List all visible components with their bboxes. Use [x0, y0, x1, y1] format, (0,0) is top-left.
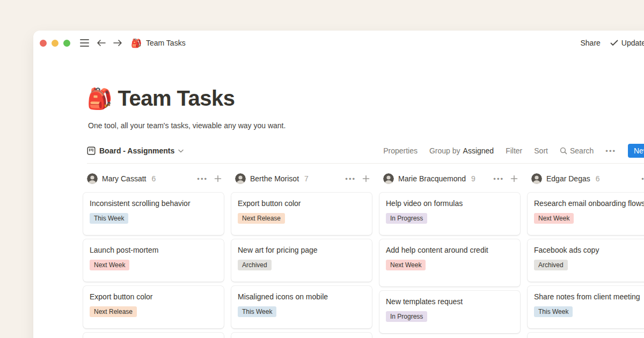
- board-card[interactable]: New templates requestIn Progress: [379, 291, 520, 333]
- close-button[interactable]: [40, 40, 47, 47]
- back-button[interactable]: [97, 39, 106, 47]
- card-title: Launch post-mortem: [90, 245, 217, 255]
- chevron-down-icon: [178, 149, 184, 153]
- status-row: Archived: [534, 260, 644, 270]
- page-title: Team Tasks: [118, 86, 235, 111]
- column-header: Marie Bracquemond9•••: [379, 171, 520, 186]
- status-row: Next Week: [386, 260, 514, 270]
- status-row: This Week: [90, 213, 217, 224]
- status-row: This Week: [534, 306, 644, 317]
- status-pill: This Week: [534, 306, 573, 317]
- column-header: Edgar Degas6•••: [528, 171, 644, 186]
- kanban-board[interactable]: Mary Cassatt6•••Inconsistent scrolling b…: [83, 171, 644, 338]
- app-window: 🎒 Team Tasks Share Updates 🎒 Team Tasks …: [33, 31, 644, 338]
- column-add-button[interactable]: [510, 175, 518, 182]
- page-subtitle: One tool, all your team's tasks, viewabl…: [88, 121, 644, 130]
- menu-icon[interactable]: [80, 39, 89, 47]
- group-by-value: Assigned: [463, 146, 494, 155]
- board-card[interactable]: Help video on formulasIn Progress: [379, 193, 520, 235]
- column-name: Berthe Morisot: [250, 174, 299, 183]
- board-card[interactable]: Inconsistent scrolling behaviorThis Week: [83, 193, 224, 235]
- column-more-button[interactable]: •••: [641, 175, 644, 183]
- avatar: [531, 173, 542, 184]
- card-title: Add help content around credit: [386, 245, 514, 255]
- status-pill: Next Week: [90, 260, 129, 270]
- status-row: Next Release: [238, 213, 365, 224]
- column-cards: Export button colorNext ReleaseNew art f…: [231, 193, 372, 338]
- column-count: 6: [151, 174, 156, 183]
- more-options-button[interactable]: •••: [605, 147, 616, 155]
- status-pill: Next Release: [90, 306, 137, 317]
- board-card[interactable]: Export button colorNext Release: [231, 193, 372, 235]
- column-add-button[interactable]: [362, 175, 370, 182]
- filter-button[interactable]: Filter: [506, 146, 522, 155]
- toolbar-divider: [87, 163, 644, 164]
- zoom-button[interactable]: [63, 40, 70, 47]
- page-emoji-icon: 🎒: [87, 89, 112, 109]
- status-pill: Archived: [534, 260, 568, 270]
- status-row: Next Week: [90, 260, 217, 270]
- view-name: Board - Assignments: [99, 146, 174, 155]
- column-cards: Help video on formulasIn ProgressAdd hel…: [379, 193, 520, 333]
- avatar: [87, 173, 98, 184]
- board-card[interactable]: Launch post-mortemNext Week: [83, 239, 224, 282]
- column-more-button[interactable]: •••: [197, 175, 208, 183]
- board-card[interactable]: Share notes from client meetingThis Week: [528, 286, 644, 328]
- status-pill: Next Release: [238, 213, 285, 224]
- column-header-actions: •••: [493, 175, 518, 183]
- column-more-button[interactable]: •••: [493, 175, 504, 183]
- board-column: Edgar Degas6•••Research email onboarding…: [528, 171, 644, 338]
- board-card[interactable]: Research email onboarding flowsNext Week: [528, 193, 644, 235]
- column-count: 6: [596, 174, 600, 183]
- card-title: Inconsistent scrolling behavior: [90, 199, 217, 208]
- new-button[interactable]: New: [628, 144, 644, 158]
- board-card[interactable]: [83, 333, 224, 338]
- board-view-icon: [87, 146, 96, 155]
- board-card[interactable]: Export button colorNext Release: [83, 286, 224, 328]
- board-card[interactable]: [231, 333, 372, 338]
- status-row: In Progress: [386, 213, 514, 224]
- card-title: Export button color: [90, 292, 217, 302]
- column-add-button[interactable]: [214, 175, 222, 182]
- sort-button[interactable]: Sort: [534, 146, 548, 155]
- status-row: Next Release: [90, 306, 217, 317]
- properties-button[interactable]: Properties: [383, 146, 418, 155]
- card-title: New templates request: [386, 297, 514, 306]
- board-card[interactable]: New art for pricing pageArchived: [231, 239, 372, 282]
- forward-button[interactable]: [113, 39, 122, 47]
- status-pill: In Progress: [386, 311, 427, 322]
- status-pill: This Week: [90, 213, 128, 224]
- board-column: Mary Cassatt6•••Inconsistent scrolling b…: [83, 171, 224, 338]
- search-button[interactable]: Search: [560, 146, 594, 155]
- status-pill: Archived: [238, 260, 272, 270]
- board-card[interactable]: Misaligned icons on mobileThis Week: [231, 286, 372, 328]
- status-row: Archived: [238, 260, 365, 270]
- card-title: Facebook ads copy: [534, 245, 644, 255]
- status-pill: Next Week: [534, 213, 574, 224]
- column-more-button[interactable]: •••: [345, 175, 356, 183]
- document-emoji-icon: 🎒: [131, 38, 142, 48]
- document-title: Team Tasks: [146, 39, 186, 47]
- window-controls: [40, 40, 70, 47]
- view-switcher[interactable]: Board - Assignments: [87, 146, 184, 155]
- status-row: Next Week: [534, 213, 644, 224]
- column-header-actions: •••: [641, 175, 644, 183]
- card-title: New art for pricing page: [238, 245, 365, 255]
- board-card[interactable]: [528, 333, 644, 338]
- board-card[interactable]: Facebook ads copyArchived: [528, 239, 644, 282]
- column-header: Mary Cassatt6•••: [83, 171, 224, 186]
- column-header-actions: •••: [345, 175, 370, 183]
- status-pill: Next Week: [386, 260, 426, 270]
- card-title: Misaligned icons on mobile: [238, 292, 365, 302]
- board-card[interactable]: Add help content around creditNext Week: [379, 239, 520, 286]
- card-title: Share notes from client meeting: [534, 292, 644, 302]
- column-cards: Research email onboarding flowsNext Week…: [528, 193, 644, 338]
- updates-button[interactable]: Updates: [610, 39, 644, 47]
- minimize-button[interactable]: [52, 40, 58, 47]
- column-count: 7: [304, 174, 309, 183]
- share-button[interactable]: Share: [580, 39, 600, 47]
- group-by-button[interactable]: Group by Assigned: [429, 146, 494, 155]
- status-pill: This Week: [238, 306, 276, 317]
- status-row: In Progress: [386, 311, 514, 322]
- column-header-actions: •••: [197, 175, 222, 183]
